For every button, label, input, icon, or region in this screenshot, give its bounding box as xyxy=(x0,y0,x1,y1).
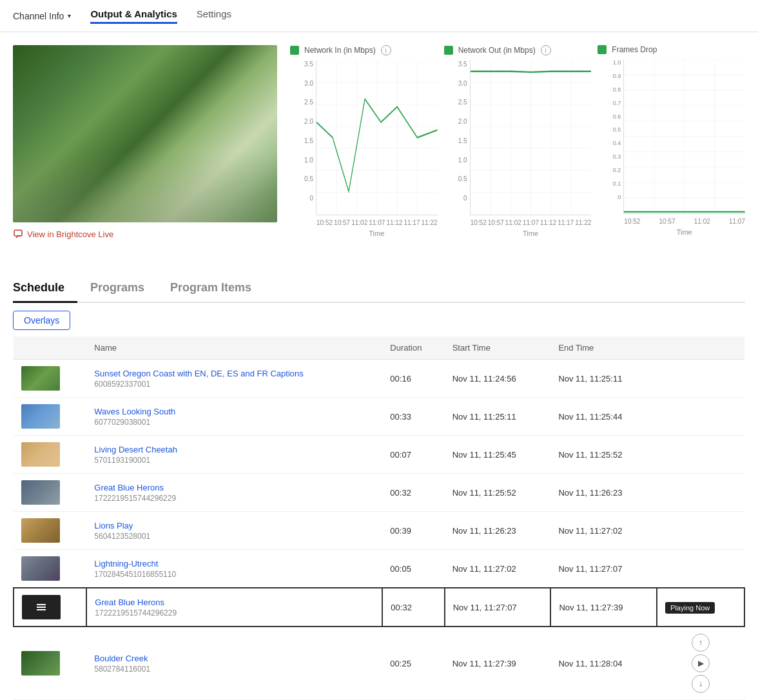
network-in-chart: Network In (in Mbps) i 3.53.02.52.01.51.… xyxy=(290,45,438,257)
item-duration: 00:39 xyxy=(382,512,444,550)
item-name-cell: Great Blue Herons1722219515744296229 xyxy=(86,474,382,512)
item-thumbnail xyxy=(21,366,60,391)
frames-drop-chart-area: 1.00.90.80.70.60.50.40.30.20.10 xyxy=(623,59,745,214)
frames-drop-chart: Frames Drop 1.00.90.80.70.60.50.40.30.20… xyxy=(598,45,745,257)
item-start-time: Nov 11, 11:27:02 xyxy=(445,550,551,588)
item-end-time: Nov 11, 11:27:07 xyxy=(550,550,657,588)
charts-section: Network In (in Mbps) i 3.53.02.52.01.51.… xyxy=(290,45,745,257)
col-start-time: Start Time xyxy=(445,336,551,360)
network-out-header: Network Out (in Mbps) i xyxy=(444,45,592,55)
network-in-info-icon[interactable]: i xyxy=(381,45,391,55)
item-duration: 00:33 xyxy=(382,398,444,436)
table-row: Sunset Oregon Coast with EN, DE, ES and … xyxy=(14,360,744,398)
item-actions-cell xyxy=(657,436,744,474)
network-out-chart-wrapper: 3.53.02.52.01.51.00.50 xyxy=(444,61,592,257)
col-thumb xyxy=(14,336,86,360)
item-thumb-cell xyxy=(14,550,86,588)
move-up-icon[interactable]: ↑ xyxy=(692,634,710,652)
item-thumb-cell xyxy=(14,360,86,398)
network-out-y-labels: 3.53.02.52.01.51.00.50 xyxy=(448,61,467,202)
network-in-header: Network In (in Mbps) i xyxy=(290,45,438,55)
item-id-label: 5701193190001 xyxy=(94,456,374,465)
channel-info-menu[interactable]: Channel Info ▾ xyxy=(13,11,71,21)
network-in-x-title: Time xyxy=(316,229,438,237)
item-name-cell: Living Desert Cheetah5701193190001 xyxy=(86,436,382,474)
network-out-chart: Network Out (in Mbps) i 3.53.02.52.01.51… xyxy=(444,45,592,257)
tab-settings[interactable]: Settings xyxy=(197,8,231,24)
frames-drop-header: Frames Drop xyxy=(598,45,745,54)
frames-drop-x-title: Time xyxy=(623,228,745,236)
item-actions-cell: ↑▶↓ xyxy=(657,627,744,700)
col-name: Name xyxy=(86,336,382,360)
table-row: Lightning-Utrecht170284545101685511000:0… xyxy=(14,550,744,588)
item-actions-cell xyxy=(657,360,744,398)
col-duration: Duration xyxy=(382,336,444,360)
item-duration: 00:32 xyxy=(382,474,444,512)
network-in-y-labels: 3.53.02.52.01.51.00.50 xyxy=(294,61,313,202)
col-end-time: End Time xyxy=(550,336,657,360)
item-thumbnail xyxy=(21,556,60,581)
item-id-label: 1702845451016855110 xyxy=(94,570,374,579)
item-actions-cell xyxy=(657,474,744,512)
table-row: Living Desert Cheetah570119319000100:07N… xyxy=(14,436,744,474)
item-actions-cell: Playing Now xyxy=(657,588,744,627)
table-header: Name Duration Start Time End Time xyxy=(14,336,744,360)
item-thumb-cell xyxy=(14,398,86,436)
analytics-top-section: View in Brightcove Live Network In (in M… xyxy=(13,45,745,257)
frames-drop-y-labels: 1.00.90.80.70.60.50.40.30.20.10 xyxy=(601,59,621,200)
item-thumbnail xyxy=(22,595,61,619)
item-name-cell: Lions Play5604123528001 xyxy=(86,512,382,550)
network-out-chart-area: 3.53.02.52.01.51.00.50 xyxy=(470,61,592,215)
network-out-x-labels: 10:5210:5711:0211:0711:1211:1711:22 xyxy=(471,219,592,226)
item-start-time: Nov 11, 11:27:07 xyxy=(445,588,551,627)
move-down-icon[interactable]: ↓ xyxy=(692,675,710,693)
network-in-title: Network In (in Mbps) xyxy=(304,46,376,55)
item-name-cell: Lightning-Utrecht1702845451016855110 xyxy=(86,550,382,588)
network-out-info-icon[interactable]: i xyxy=(541,45,551,55)
item-name-link[interactable]: Boulder Creek xyxy=(94,654,148,663)
item-id-label: 1722219515744296229 xyxy=(94,494,374,503)
item-duration: 00:16 xyxy=(382,360,444,398)
item-actions-cell xyxy=(657,550,744,588)
playing-now-badge: Playing Now xyxy=(665,602,715,614)
item-duration: 00:07 xyxy=(382,436,444,474)
table-row: Great Blue Herons172221951574429622900:3… xyxy=(14,588,744,627)
item-name-cell: Boulder Creek5802784116001 xyxy=(86,627,382,700)
tab-output-analytics[interactable]: Output & Analytics xyxy=(90,8,177,24)
item-id-label: 6008592337001 xyxy=(94,380,374,389)
sub-tab-overlays[interactable]: Overlays xyxy=(13,311,70,330)
tab-program-items[interactable]: Program Items xyxy=(170,276,264,303)
network-in-legend-dot xyxy=(290,46,299,55)
svg-rect-0 xyxy=(14,230,22,236)
item-name-link[interactable]: Waves Looking South xyxy=(94,407,175,416)
item-name-link[interactable]: Living Desert Cheetah xyxy=(94,445,177,454)
item-name-link[interactable]: Great Blue Herons xyxy=(95,598,164,607)
item-thumb-cell xyxy=(14,588,86,627)
network-in-chart-wrapper: 3.53.02.52.01.51.00.50 xyxy=(290,61,438,257)
item-start-time: Nov 11, 11:26:23 xyxy=(445,512,551,550)
frames-drop-chart-wrapper: 1.00.90.80.70.60.50.40.30.20.10 xyxy=(598,59,745,255)
item-duration: 00:32 xyxy=(382,588,444,627)
item-start-time: Nov 11, 11:27:39 xyxy=(445,627,551,700)
item-name-link[interactable]: Sunset Oregon Coast with EN, DE, ES and … xyxy=(94,369,303,378)
item-name-link[interactable]: Lions Play xyxy=(94,521,133,530)
frames-drop-x-labels: 10:5210:5711:0211:07 xyxy=(624,218,745,225)
item-thumbnail xyxy=(21,651,60,676)
item-id-label: 6077029038001 xyxy=(94,418,374,427)
item-thumb-cell xyxy=(14,436,86,474)
item-start-time: Nov 11, 11:25:45 xyxy=(445,436,551,474)
network-in-chart-area: 3.53.02.52.01.51.00.50 xyxy=(316,61,438,215)
tab-schedule[interactable]: Schedule xyxy=(13,276,77,303)
table-row: Waves Looking South607702903800100:33Nov… xyxy=(14,398,744,436)
item-name-link[interactable]: Lightning-Utrecht xyxy=(94,559,158,569)
item-end-time: Nov 11, 11:26:23 xyxy=(550,474,657,512)
video-preview-thumbnail xyxy=(13,45,277,222)
chat-icon xyxy=(13,229,23,239)
item-duration: 00:05 xyxy=(382,550,444,588)
item-name-link[interactable]: Great Blue Herons xyxy=(94,483,164,492)
network-out-svg xyxy=(471,61,592,215)
item-name-cell: Great Blue Herons1722219515744296229 xyxy=(86,588,382,627)
view-in-brightcove-live-link[interactable]: View in Brightcove Live xyxy=(13,229,277,239)
tab-programs[interactable]: Programs xyxy=(90,276,157,303)
play-icon[interactable]: ▶ xyxy=(692,654,710,672)
